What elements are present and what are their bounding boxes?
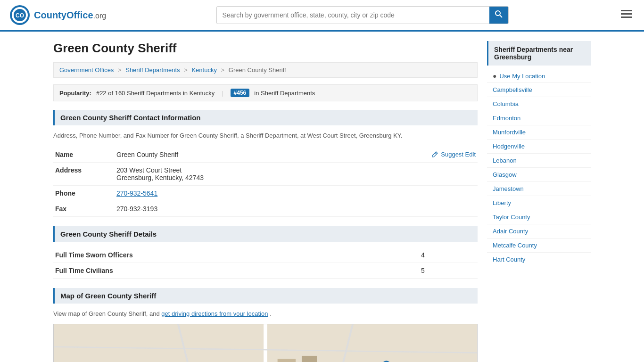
popularity-label: Popularity: xyxy=(59,90,91,97)
list-item: Munfordville xyxy=(487,125,591,139)
sworn-value: 4 xyxy=(412,247,478,263)
fax-value: 270-932-3193 xyxy=(115,201,478,216)
list-item: Lebanon xyxy=(487,153,591,167)
use-my-location-link[interactable]: ● Use My Location xyxy=(487,69,591,82)
sidebar-item-taylor-county[interactable]: Taylor County xyxy=(487,210,591,224)
map-container: Green County Sheriff's Office View large… xyxy=(53,324,478,362)
main-content: Green County Sheriff Government Offices … xyxy=(53,41,478,362)
svg-rect-18 xyxy=(302,356,317,362)
search-input[interactable] xyxy=(217,8,489,23)
list-item: Columbia xyxy=(487,97,591,111)
civilians-label: Full Time Civilians xyxy=(53,263,412,278)
driving-directions-link[interactable]: get driving directions from your locatio… xyxy=(161,310,268,317)
table-row: Name Green County Sheriff Suggest Edit xyxy=(53,147,478,163)
list-item: Glasgow xyxy=(487,167,591,181)
popularity-badge: #456 xyxy=(231,89,250,97)
table-row: Full Time Civilians 5 xyxy=(53,263,478,278)
sidebar-item-metcalfe-county[interactable]: Metcalfe County xyxy=(487,239,591,252)
sidebar-item-campbellsville[interactable]: Campbellsville xyxy=(487,83,591,97)
hamburger-icon xyxy=(621,10,632,18)
sworn-label: Full Time Sworn Officers xyxy=(53,247,412,263)
popularity-bar: Popularity: #22 of 160 Sheriff Departmen… xyxy=(53,84,478,101)
list-item: Taylor County xyxy=(487,210,591,224)
sidebar-item-jamestown[interactable]: Jamestown xyxy=(487,182,591,196)
list-item: Liberty xyxy=(487,196,591,210)
logo-area: CO CountyOffice.org xyxy=(9,5,106,25)
breadcrumb-current: Green County Sheriff xyxy=(229,66,286,74)
menu-button[interactable] xyxy=(619,7,635,24)
edit-icon xyxy=(432,151,438,157)
svg-text:CO: CO xyxy=(16,12,24,19)
svg-rect-6 xyxy=(621,10,632,11)
civilians-value: 5 xyxy=(412,263,478,278)
list-item: Hodgenville xyxy=(487,139,591,153)
breadcrumb-sheriff-depts[interactable]: Sheriff Departments xyxy=(125,66,180,74)
map-image xyxy=(54,324,477,362)
svg-line-9 xyxy=(435,153,437,154)
sidebar-item-glasgow[interactable]: Glasgow xyxy=(487,168,591,181)
list-item: Campbellsville xyxy=(487,82,591,97)
fax-label: Fax xyxy=(53,201,115,216)
nearby-locations-list: Campbellsville Columbia Edmonton Munford… xyxy=(487,82,591,266)
sidebar-item-lebanon[interactable]: Lebanon xyxy=(487,154,591,167)
details-section-header: Green County Sheriff Details xyxy=(53,226,478,242)
table-row: Full Time Sworn Officers 4 xyxy=(53,247,478,263)
name-label: Name xyxy=(53,147,115,163)
popularity-badge-suffix: in Sheriff Departments xyxy=(254,90,315,97)
svg-point-4 xyxy=(495,11,500,16)
address-value: 203 West Court Street Greensburg, Kentuc… xyxy=(115,162,478,185)
phone-label: Phone xyxy=(53,185,115,201)
sidebar-header: Sheriff Departments near Greensburg xyxy=(487,41,591,66)
phone-link[interactable]: 270-932-5641 xyxy=(116,189,157,197)
sidebar-item-adair-county[interactable]: Adair County xyxy=(487,224,591,238)
breadcrumb-kentucky[interactable]: Kentucky xyxy=(191,66,216,74)
sidebar-item-edmonton[interactable]: Edmonton xyxy=(487,111,591,125)
search-icon xyxy=(495,10,503,18)
address-label: Address xyxy=(53,162,115,185)
sidebar-item-hart-county[interactable]: Hart County xyxy=(487,253,591,266)
logo-text: CountyOffice.org xyxy=(34,10,106,21)
svg-rect-17 xyxy=(278,359,296,362)
table-row: Fax 270-932-3193 xyxy=(53,201,478,216)
name-value: Green County Sheriff Suggest Edit xyxy=(115,147,478,163)
map-description: View map of Green County Sheriff, and ge… xyxy=(53,309,478,319)
search-button[interactable] xyxy=(489,7,508,24)
table-row: Address 203 West Court Street Greensburg… xyxy=(53,162,478,185)
sidebar-item-liberty[interactable]: Liberty xyxy=(487,196,591,210)
location-pin-icon: ● xyxy=(493,72,496,80)
list-item: Metcalfe County xyxy=(487,238,591,252)
sidebar-item-hodgenville[interactable]: Hodgenville xyxy=(487,140,591,153)
sidebar-item-munfordville[interactable]: Munfordville xyxy=(487,125,591,139)
sidebar: Sheriff Departments near Greensburg ● Us… xyxy=(487,41,591,362)
site-header: CO CountyOffice.org xyxy=(0,0,644,32)
svg-rect-7 xyxy=(621,13,632,15)
logo-icon: CO xyxy=(9,5,30,25)
map-section-header: Map of Green County Sheriff xyxy=(53,288,478,304)
list-item: Adair County xyxy=(487,224,591,238)
sidebar-item-columbia[interactable]: Columbia xyxy=(487,97,591,111)
search-bar xyxy=(216,6,509,24)
breadcrumb: Government Offices > Sheriff Departments… xyxy=(53,62,478,78)
details-table: Full Time Sworn Officers 4 Full Time Civ… xyxy=(53,247,478,279)
contact-section-header: Green County Sheriff Contact Information xyxy=(53,110,478,125)
suggest-edit-button[interactable]: Suggest Edit xyxy=(432,151,476,158)
contact-info-table: Name Green County Sheriff Suggest Edit A… xyxy=(53,147,478,217)
main-container: Green County Sheriff Government Offices … xyxy=(44,32,600,362)
table-row: Phone 270-932-5641 xyxy=(53,185,478,201)
list-item: Edmonton xyxy=(487,111,591,125)
breadcrumb-gov-offices[interactable]: Government Offices xyxy=(59,66,114,74)
contact-description: Address, Phone Number, and Fax Number fo… xyxy=(53,131,478,140)
popularity-rank: #22 of 160 Sheriff Departments in Kentuc… xyxy=(96,90,215,97)
svg-line-5 xyxy=(500,15,502,17)
list-item: Jamestown xyxy=(487,181,591,196)
page-title: Green County Sheriff xyxy=(53,41,478,56)
svg-rect-8 xyxy=(621,16,632,18)
list-item: Hart County xyxy=(487,252,591,266)
